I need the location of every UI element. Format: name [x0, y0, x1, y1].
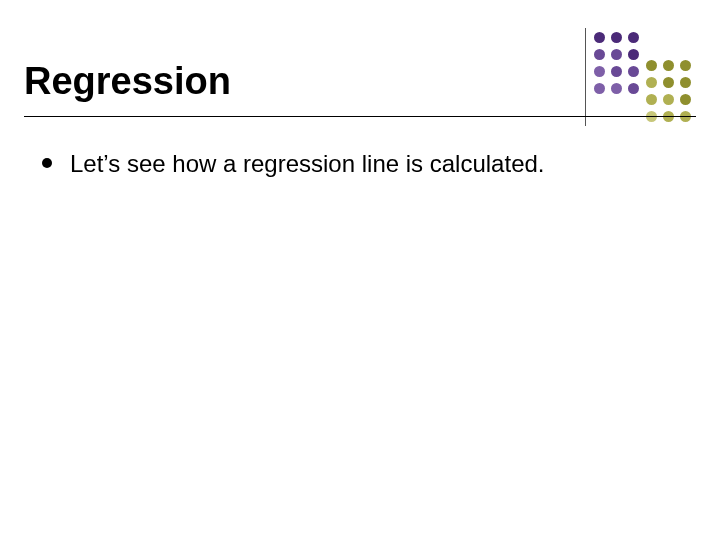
title-row: Regression — [24, 60, 696, 103]
slide-title: Regression — [24, 60, 696, 103]
title-underline — [24, 116, 696, 117]
bullet-item: Let’s see how a regression line is calcu… — [42, 148, 680, 179]
bullet-dot-icon — [42, 158, 52, 168]
bullet-text: Let’s see how a regression line is calcu… — [70, 148, 545, 179]
slide: Regression Let’s see how a regression li… — [0, 0, 720, 540]
slide-body: Let’s see how a regression line is calcu… — [42, 148, 680, 179]
